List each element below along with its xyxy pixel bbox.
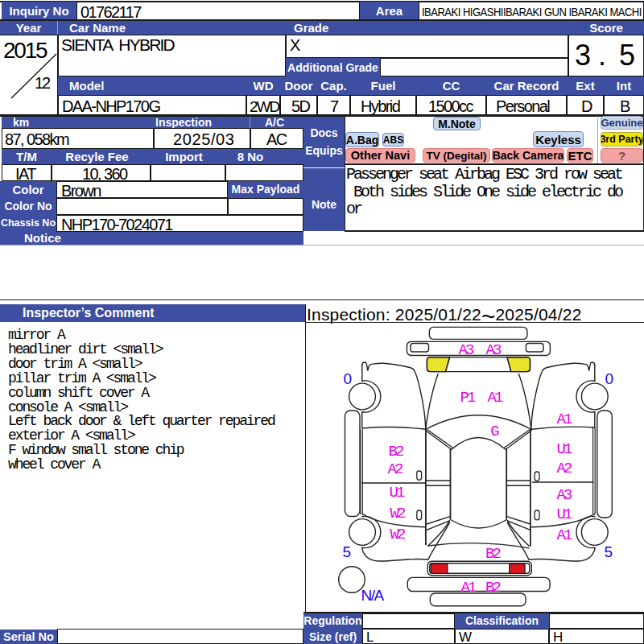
svg-text:5: 5 (604, 543, 612, 560)
svg-text:A2: A2 (557, 460, 572, 477)
svg-text:U1: U1 (557, 506, 572, 523)
svg-text:U1: U1 (390, 484, 405, 502)
svg-text:5: 5 (342, 543, 350, 560)
svg-text:B2: B2 (485, 579, 501, 597)
svg-text:W2: W2 (390, 505, 406, 522)
svg-text:N/A: N/A (361, 587, 384, 604)
svg-text:B2: B2 (389, 443, 404, 460)
svg-text:A3: A3 (557, 486, 572, 504)
svg-text:A1: A1 (557, 526, 572, 544)
svg-text:W2: W2 (390, 526, 406, 543)
svg-text:0: 0 (605, 370, 613, 387)
svg-text:A1: A1 (557, 411, 572, 428)
svg-text:B2: B2 (485, 545, 501, 563)
svg-text:P1: P1 (460, 389, 476, 407)
svg-text:0: 0 (343, 370, 351, 387)
svg-text:A3: A3 (459, 341, 474, 359)
svg-text:A3: A3 (486, 341, 502, 359)
svg-text:G: G (490, 423, 499, 440)
svg-text:A1: A1 (488, 389, 503, 407)
svg-text:A2: A2 (388, 460, 403, 478)
svg-text:A1: A1 (461, 579, 477, 597)
svg-text:U1: U1 (557, 440, 572, 458)
